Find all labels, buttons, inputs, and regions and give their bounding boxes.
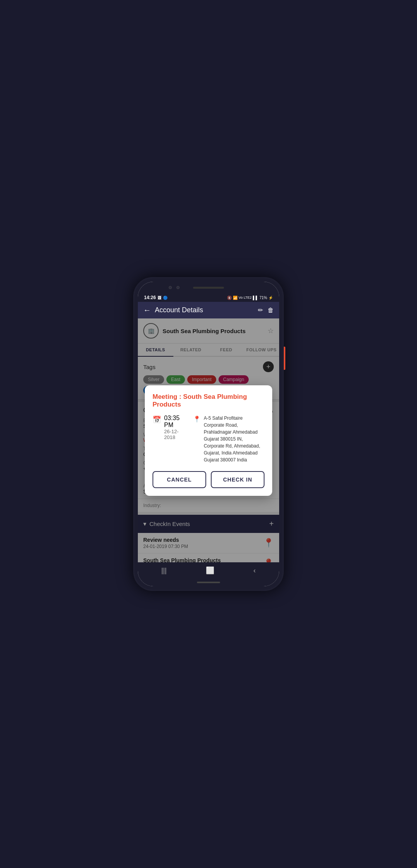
camera-right bbox=[176, 286, 180, 289]
signal-icon: ▌▌ bbox=[253, 296, 258, 300]
wifi-icon: 📶 bbox=[233, 296, 237, 300]
bottom-nav: ||| ⬜ ‹ bbox=[138, 562, 279, 579]
back-button[interactable]: ← bbox=[143, 306, 151, 315]
mute-icon: 🔇 bbox=[227, 296, 232, 300]
delete-button[interactable]: 🗑 bbox=[268, 307, 274, 314]
modal-buttons: CANCEL CHECK IN bbox=[153, 471, 264, 488]
phone-bottom-bar bbox=[138, 579, 279, 586]
battery-icon: ⚡ bbox=[268, 296, 273, 300]
modal-title: Meeting : South Sea Plumbing Products bbox=[153, 393, 264, 408]
status-bar: 14:26 🖼 🔵 🔇 📶 Vo LTE2 ▌▌ 71% ⚡ bbox=[138, 293, 279, 302]
modal-body: 📅 03:35 PM 26-12-2018 📍 A-5 Safal Profit… bbox=[153, 415, 264, 463]
bottom-pill bbox=[197, 582, 220, 583]
calendar-icon: 📅 bbox=[153, 415, 161, 424]
modal-box: Meeting : South Sea Plumbing Products 📅 … bbox=[145, 385, 272, 496]
status-data-icon: 🔵 bbox=[163, 296, 168, 300]
modal-time: 03:35 PM bbox=[164, 415, 188, 429]
checkin-button[interactable]: CHECK IN bbox=[211, 471, 264, 488]
modal-overlay: Meeting : South Sea Plumbing Products 📅 … bbox=[138, 318, 279, 562]
status-photo-icon: 🖼 bbox=[158, 296, 161, 300]
modal-address: A-5 Safal Profitaire Corporate Road, Pra… bbox=[204, 415, 264, 463]
modal-datetime: 📅 03:35 PM 26-12-2018 bbox=[153, 415, 188, 463]
modal-date: 26-12-2018 bbox=[164, 429, 188, 440]
camera-left bbox=[169, 286, 172, 289]
page-title: Account Details bbox=[155, 306, 253, 314]
status-time: 14:26 bbox=[144, 295, 156, 300]
speaker-bar bbox=[193, 287, 224, 289]
back-nav-button[interactable]: ‹ bbox=[253, 567, 256, 575]
battery-text: 71% bbox=[259, 296, 267, 300]
lte-text: Vo LTE2 bbox=[239, 296, 252, 300]
edit-button[interactable]: ✏ bbox=[258, 306, 263, 314]
cancel-button[interactable]: CANCEL bbox=[153, 471, 206, 488]
modal-location: 📍 A-5 Safal Profitaire Corporate Road, P… bbox=[193, 415, 264, 463]
home-nav-button[interactable]: ⬜ bbox=[206, 566, 214, 575]
content-area: 🏢 South Sea Plumbing Products ☆ DETAILS … bbox=[138, 318, 279, 562]
app-header: ← Account Details ✏ 🗑 bbox=[138, 302, 279, 318]
phone-top-bar bbox=[138, 282, 279, 293]
location-icon: 📍 bbox=[193, 415, 201, 423]
menu-nav-button[interactable]: ||| bbox=[161, 567, 167, 575]
